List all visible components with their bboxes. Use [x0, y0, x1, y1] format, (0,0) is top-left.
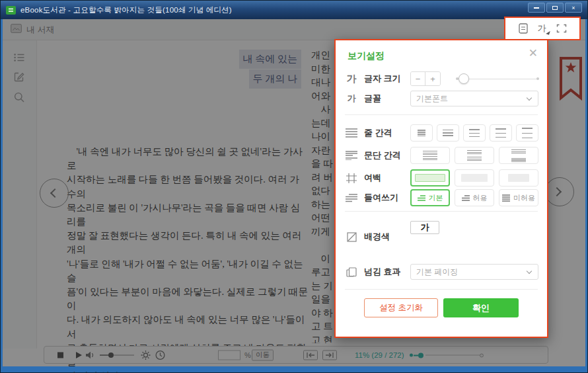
- margin-option-1[interactable]: [410, 169, 450, 186]
- indent-label: 들여쓰기: [364, 192, 398, 204]
- panel-title: 보기설정: [348, 50, 385, 62]
- margin-icon: [345, 173, 358, 183]
- panel-close-icon[interactable]: ✕: [529, 46, 538, 60]
- line-spacing-option-1[interactable]: [410, 124, 433, 142]
- paragraph-spacing-label: 문단 간격: [364, 149, 401, 161]
- indent-row: 들여쓰기 기본 허용 미허용: [345, 188, 538, 207]
- indent-option-default[interactable]: 기본: [410, 189, 450, 206]
- indent-option-label: 미허용: [513, 193, 535, 203]
- window-title: eBook도서관 - 고요할수록 밝아지는 것들(100쇄 기념 에디션): [20, 5, 232, 15]
- page-transition-dropdown[interactable]: 기본 페이징: [410, 264, 538, 280]
- indent-default-icon: [418, 195, 425, 201]
- paragraph-spacing-icon: [345, 151, 358, 160]
- line-spacing-label: 줄 간격: [364, 127, 392, 139]
- page-transition-row: 넘김 효과 기본 페이징: [345, 263, 538, 281]
- line-spacing-option-2[interactable]: [437, 124, 459, 142]
- indent-option-allow[interactable]: 허용: [455, 189, 494, 206]
- font-family-row: 가 글꼴 기본폰트: [345, 89, 538, 108]
- indent-option-disallow[interactable]: 미허용: [499, 189, 538, 206]
- minimize-button[interactable]: [528, 3, 545, 13]
- indent-option-label: 기본: [429, 193, 443, 203]
- view-settings-panel: 보기설정 ✕ 가 글자 크기 − + 가 글꼴: [334, 39, 548, 338]
- font-size-increase-button[interactable]: +: [425, 72, 440, 85]
- font-size-icon: 가: [345, 73, 358, 85]
- paragraph-spacing-option-3[interactable]: [499, 147, 538, 164]
- reading-note-icon[interactable]: [519, 23, 528, 34]
- margin-option-3[interactable]: [499, 169, 538, 186]
- margin-label: 여백: [364, 172, 381, 184]
- indent-disallow-icon: [502, 194, 510, 202]
- margin-row: 여백: [345, 169, 538, 187]
- window-controls: ×: [528, 3, 582, 13]
- chevron-down-icon: [527, 269, 532, 274]
- app-window: eBook도서관 - 고요할수록 밝아지는 것들(100쇄 기념 에디션) × …: [0, 0, 588, 373]
- line-spacing-icon: [345, 128, 358, 138]
- page-transition-value: 기본 페이징: [416, 267, 458, 278]
- chevron-down-icon: [527, 95, 532, 101]
- paragraph-spacing-option-2[interactable]: [455, 147, 494, 164]
- paragraph-spacing-row: 문단 간격: [345, 146, 538, 165]
- line-spacing-option-4[interactable]: [490, 124, 512, 142]
- font-size-label: 글자 크기: [364, 73, 401, 85]
- view-settings-icon[interactable]: 가: [538, 22, 546, 34]
- close-button[interactable]: ×: [565, 3, 582, 13]
- paragraph-spacing-option-1[interactable]: [410, 147, 450, 164]
- indent-icon: [345, 194, 358, 202]
- font-family-label: 글꼴: [364, 93, 381, 104]
- page-transition-label: 넘김 효과: [364, 266, 401, 278]
- line-spacing-option-3[interactable]: [463, 124, 486, 142]
- page-transition-icon: [345, 267, 358, 277]
- font-family-value: 기본폰트: [416, 93, 448, 104]
- background-color-icon: [345, 232, 358, 242]
- line-spacing-row: 줄 간격: [345, 124, 538, 142]
- font-family-dropdown[interactable]: 기본폰트: [410, 91, 538, 106]
- font-icon: 가: [345, 93, 358, 104]
- divider: [345, 211, 538, 212]
- font-size-decrease-button[interactable]: −: [411, 72, 425, 85]
- fullscreen-icon[interactable]: [556, 24, 567, 33]
- line-spacing-option-5[interactable]: [516, 124, 538, 142]
- bg-swatch-white[interactable]: 가: [410, 221, 439, 234]
- margin-option-2[interactable]: [455, 169, 494, 186]
- background-color-row: 배경색 가: [345, 219, 538, 255]
- view-settings-toolbar-group: 가: [504, 17, 581, 40]
- maximize-button[interactable]: [546, 3, 564, 13]
- font-size-slider[interactable]: [457, 72, 538, 85]
- divider: [345, 114, 538, 115]
- confirm-button[interactable]: 확인: [443, 298, 519, 317]
- divider: [345, 289, 538, 290]
- font-size-row: 가 글자 크기 − +: [345, 69, 538, 88]
- indent-option-label: 허용: [473, 193, 488, 203]
- font-size-stepper: − +: [410, 71, 441, 86]
- background-color-label: 배경색: [364, 231, 390, 243]
- panel-footer: 설정 초기화 확인: [345, 298, 538, 317]
- indent-allow-icon: [462, 195, 470, 201]
- app-icon: [6, 6, 16, 15]
- font-size-slider-knob[interactable]: [459, 73, 469, 84]
- reset-settings-button[interactable]: 설정 초기화: [364, 298, 438, 317]
- titlebar: eBook도서관 - 고요할수록 밝아지는 것들(100쇄 기념 에디션) ×: [1, 1, 587, 19]
